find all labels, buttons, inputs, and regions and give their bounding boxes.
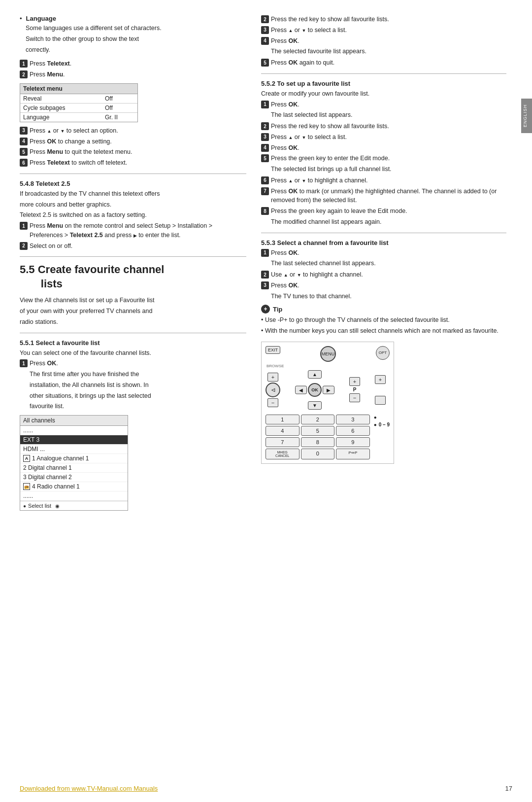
step6-line: 6 Press Teletext to switch off teletext. [20,158,246,168]
num-1: 1 [266,415,299,424]
num-7: 7 [266,437,299,447]
p-label: P [353,387,357,392]
s552-step4: 4 Press OK. [261,143,506,153]
s552-step5b-desc: The selected list brings up a full chann… [261,165,506,174]
s551-text1: You can select one of the favourite chan… [20,349,246,358]
r-step4-desc-text: The selected favourite list appears. [271,47,506,56]
r-step5-text: Press OK again to quit. [271,58,334,68]
language-text3: correctly. [20,45,246,55]
s552-step1-num: 1 [261,101,269,108]
section-552-heading: 5.5.2 To set up a favourite list [261,80,506,87]
step-2-num: 2 [20,70,28,78]
tip-label: Tip [273,306,282,313]
nav-circle-area: ▲ ▼ ◀ ▶ OK [295,370,334,410]
page-number: 17 [505,785,512,792]
s552-step6-text: Press ▲ or ▼ to highlight a channel. [271,176,367,185]
num-5: 5 [301,426,335,436]
cycle-label: Cycle subpages [23,105,105,111]
s552-step8-text: Press the green key again to leave the E… [271,207,407,216]
tip1: Use -P+ to go through the TV channels of… [261,315,506,325]
ch-row-hdmi: HDMI ... [20,445,128,454]
step2-text: Press Menu. [30,70,65,79]
ch-row-digital2: 3 Digital channel 2 [20,473,128,482]
s552-step4-text: Press OK. [271,143,299,153]
s552-step1-desc: The last selected list appears. [261,110,506,120]
divider-552 [261,73,506,74]
lang-value: Gr. II [105,114,134,121]
r-step4-line: 4 Press OK. [261,36,506,46]
s548-step2-num: 2 [20,242,28,250]
r-step2-num: 2 [261,15,269,23]
reveal-value: Off [105,95,134,102]
table-row-language: Language Gr. II [20,113,137,122]
nav-up: ▲ [308,370,322,379]
s551-step1: 1 Press OK. [20,359,246,368]
tip-heading: + Tip [261,305,506,314]
s552-step7-num: 7 [261,187,269,195]
s548-text2: more colours and better graphics. [20,200,246,209]
teletext-menu-table: Teletext menu Reveal Off Cycle subpages … [20,83,138,122]
nav-right: ▶ [323,385,334,394]
s553-step3-desc: The TV tunes to that channel. [261,292,506,301]
menu-btn: MENU [320,346,336,362]
step6-text: Press Teletext to switch off teletext. [30,158,127,168]
s548-step2-text: Select on or off. [30,242,72,251]
r-step4-desc: The selected favourite list appears. [261,47,506,56]
s548-step1-num: 1 [20,222,28,230]
step5-text: Press Menu to quit the teletext menu. [30,147,132,157]
side-language-tab: ENGLISH [521,99,532,133]
extra-plus-btn: + [375,375,386,384]
ch-row-dots1: ...... [20,426,128,435]
s553-step3: 3 Press OK. [261,281,506,290]
num-0: 0 [301,449,335,459]
s551-text3: installation, the All channels list is s… [30,381,246,390]
language-text2: Switch to the other group to show the te… [20,35,246,44]
num-9: 9 [336,437,370,447]
step-4-num: 4 [20,138,28,145]
num-8: 8 [301,437,335,447]
section-553-heading: 5.5.3 Select a channel from a favourite … [261,239,506,246]
step1-text: Press Teletext. [30,59,71,69]
s553-step1-desc: The last selected channel list appears. [261,259,506,268]
step3-text: Press ▲ or ▼ to select an option. [30,126,118,136]
section-55-heading: 5.5 Create favourite channel lists [20,263,246,291]
s548-step1: 1 Press Menu on the remote control and s… [20,221,246,240]
r-step4-num: 4 [261,37,269,45]
s551-text5: favourite list. [30,402,246,411]
main-text3: radio stations. [20,317,246,327]
s552-step5: 5 Press the green key to enter the Edit … [261,154,506,163]
browse-label: BROWSE [266,364,390,368]
nav-ok-center: OK [308,383,322,397]
s552-step7-text: Press OK to mark (or unmark) the highlig… [271,187,506,206]
vol-minus-btn: − [267,398,278,407]
s551-step1-num: 1 [20,359,28,367]
nav-left: ◀ [295,385,307,394]
channels-footer: ● Select list ◉ [20,501,128,510]
r-step3-text: Press ▲ or ▼ to select a list. [271,26,347,35]
num-dot-row1: ● [374,415,390,420]
s552-step5-text: Press the green key to enter the Edit mo… [271,154,390,163]
step4-text: Press OK to change a setting. [30,137,112,146]
r-step2-text: Press the red key to show all favourite … [271,15,389,24]
step-3-num: 3 [20,127,28,135]
s552-text1: Create or modify your own favourite list… [261,89,506,99]
language-section: • Language Some languages use a differen… [20,15,246,54]
s553-step3-text: Press OK. [271,281,299,290]
language-text1: Some languages use a different set of ch… [20,24,246,33]
s548-step1-text: Press Menu on the remote control and sel… [30,221,246,240]
r-step3-line: 3 Press ▲ or ▼ to select a list. [261,26,506,35]
r-step4-text: Press OK. [271,36,299,46]
nav-down: ▼ [308,401,322,410]
channels-header: All channels [20,416,128,426]
s552-step2: 2 Press the red key to show all favourit… [261,122,506,131]
s552-step4-num: 4 [261,144,269,152]
s548-text1: If broadcasted by the TV channel this te… [20,189,246,199]
step5-line: 5 Press Menu to quit the teletext menu. [20,147,246,157]
s553-step2-text: Use ▲ or ▼ to highlight a channel. [271,270,363,279]
s552-text2: The last selected list appears. [271,110,506,120]
num-6: 6 [336,426,370,436]
lang-label: Language [23,114,105,121]
divider-551 [20,333,246,333]
footer-link[interactable]: Downloaded from www.TV-Manual.com Manual… [20,785,158,792]
step1-line: 1 Press Teletext. [20,59,246,69]
